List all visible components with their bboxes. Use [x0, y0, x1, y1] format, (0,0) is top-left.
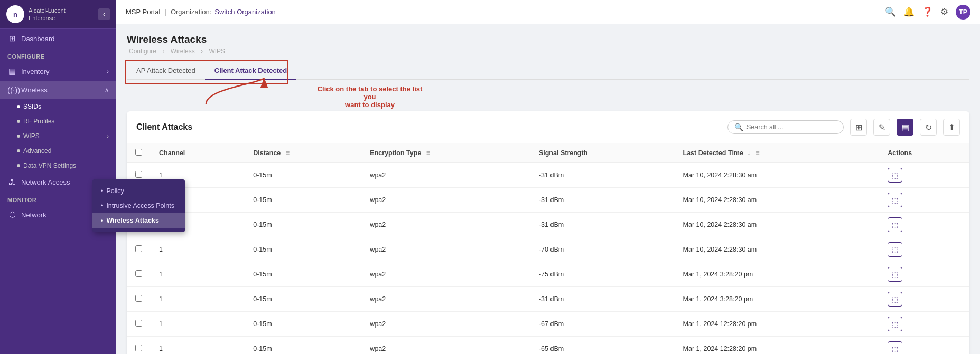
breadcrumb-configure[interactable]: Configure: [129, 47, 156, 55]
breadcrumb-wips[interactable]: WIPS: [209, 47, 225, 55]
th-last-detected: Last Detected Time ↓ ≡: [675, 143, 880, 163]
row-channel-7: 1: [151, 337, 245, 355]
popup-wireless-attacks-label: Wireless Attacks: [106, 217, 158, 224]
advanced-dot-icon: [17, 149, 20, 152]
expand-columns-button[interactable]: ⊞: [850, 119, 867, 136]
row-signal-0: -31 dBm: [530, 163, 675, 188]
logo-text: Alcatel-Lucent Enterprise: [29, 7, 66, 22]
org-label: Organization:: [171, 8, 211, 16]
row-checkbox-3[interactable]: [135, 245, 142, 252]
sidebar-sub-item-wips[interactable]: WIPS ›: [0, 129, 116, 143]
wips-dot-icon: [17, 135, 20, 138]
popup-item-intrusive[interactable]: • Intrusive Access Points: [92, 198, 185, 213]
sidebar-sub-item-data-vpn[interactable]: Data VPN Settings: [0, 158, 116, 173]
row-action-button-7[interactable]: ⬚: [888, 341, 902, 354]
table-title: Client Attacks: [136, 122, 721, 132]
sidebar-sub-item-rf-profiles[interactable]: RF Profiles: [0, 114, 116, 129]
row-checkbox-7[interactable]: [135, 345, 142, 351]
annotation-text: Click on the tab to select the list you …: [317, 85, 423, 109]
sidebar-collapse-button[interactable]: ‹: [98, 8, 110, 20]
th-distance-label: Distance: [253, 149, 281, 157]
row-channel-6: 1: [151, 312, 245, 337]
sidebar-dashboard-label: Dashboard: [21, 35, 55, 43]
last-detected-filter-icon[interactable]: ≡: [755, 149, 759, 157]
row-channel-5: 1: [151, 287, 245, 312]
row-checkbox-4[interactable]: [135, 270, 142, 277]
encryption-filter-icon[interactable]: ≡: [426, 149, 430, 157]
row-checkbox-0[interactable]: [135, 171, 142, 178]
row-action-button-4[interactable]: ⬚: [888, 267, 902, 282]
sidebar-item-dashboard[interactable]: ⊞ Dashboard: [0, 29, 116, 48]
table-thead: Channel Distance ≡ Encryption Type ≡ Sig…: [127, 143, 969, 163]
row-last-detected-0: Mar 10, 2024 2:28:30 am: [675, 163, 880, 188]
wireless-attacks-dot-icon: •: [101, 217, 103, 224]
distance-filter-icon[interactable]: ≡: [286, 149, 290, 157]
row-last-detected-3: Mar 10, 2024 2:28:30 am: [675, 237, 880, 262]
row-encryption-3: wpa2: [361, 237, 530, 262]
network-access-icon: 🖧: [7, 178, 17, 187]
ssids-dot-icon: [17, 105, 20, 108]
row-last-detected-2: Mar 10, 2024 2:28:30 am: [675, 213, 880, 237]
th-encryption: Encryption Type ≡: [361, 143, 530, 163]
select-all-checkbox[interactable]: [135, 149, 142, 156]
row-action-button-2[interactable]: ⬚: [888, 217, 902, 232]
row-signal-5: -31 dBm: [530, 287, 675, 312]
annotation-area: Click on the tab to select the list you …: [127, 80, 969, 111]
row-actions-7: ⬚: [879, 337, 969, 355]
popup-intrusive-label: Intrusive Access Points: [106, 202, 174, 209]
th-distance: Distance ≡: [245, 143, 361, 163]
tab-ap-attack[interactable]: AP Attack Detected: [127, 62, 205, 80]
sidebar-sub-item-ssids[interactable]: SSIDs: [0, 99, 116, 114]
table-row: 1 0-15m wpa2 -31 dBm Mar 10, 2024 2:28:3…: [127, 213, 969, 237]
row-action-button-5[interactable]: ⬚: [888, 292, 902, 307]
row-distance-7: 0-15m: [245, 337, 361, 355]
sidebar-sub-item-advanced[interactable]: Advanced: [0, 143, 116, 158]
row-actions-1: ⬚: [879, 188, 969, 213]
refresh-button[interactable]: ↻: [920, 119, 937, 136]
row-encryption-6: wpa2: [361, 312, 530, 337]
settings-icon[interactable]: ⚙: [940, 6, 948, 17]
sidebar-item-wireless[interactable]: ((·)) Wireless ∧: [0, 81, 116, 99]
row-checkbox-6[interactable]: [135, 320, 142, 327]
row-checkbox-5[interactable]: [135, 295, 142, 302]
inventory-icon: ▤: [7, 66, 17, 76]
row-distance-5: 0-15m: [245, 287, 361, 312]
row-checkbox-cell: [127, 237, 151, 262]
edit-columns-button[interactable]: ✎: [873, 119, 890, 136]
view-toggle-button[interactable]: ▤: [897, 119, 913, 136]
logo-icon: n: [6, 5, 24, 23]
th-channel-label: Channel: [159, 149, 185, 157]
row-action-button-6[interactable]: ⬚: [888, 317, 902, 331]
sidebar-rf-profiles-label: RF Profiles: [23, 118, 54, 125]
search-input[interactable]: [746, 123, 831, 131]
page-title: Wireless Attacks: [127, 34, 969, 45]
breadcrumb-wireless[interactable]: Wireless: [171, 47, 195, 55]
row-actions-4: ⬚: [879, 262, 969, 287]
attacks-table: Channel Distance ≡ Encryption Type ≡ Sig…: [127, 143, 969, 354]
row-action-button-0[interactable]: ⬚: [888, 168, 902, 183]
row-signal-4: -75 dBm: [530, 262, 675, 287]
switch-org-link[interactable]: Switch Organization: [214, 8, 276, 16]
bell-icon[interactable]: 🔔: [903, 6, 914, 17]
popup-item-policy[interactable]: • Policy: [92, 184, 185, 198]
sidebar-item-inventory[interactable]: ▤ Inventory ›: [0, 62, 116, 81]
sidebar-inventory-label: Inventory: [21, 68, 49, 75]
search-topbar-icon[interactable]: 🔍: [885, 6, 896, 17]
table-card: Client Attacks 🔍 ⊞ ✎ ▤ ↻ ⬆: [127, 111, 969, 354]
th-actions: Actions: [879, 143, 969, 163]
table-row: 1 0-15m wpa2 -70 dBm Mar 10, 2024 2:28:3…: [127, 237, 969, 262]
row-actions-0: ⬚: [879, 163, 969, 188]
row-action-button-1[interactable]: ⬚: [888, 193, 902, 207]
export-button[interactable]: ⬆: [943, 119, 960, 136]
table-body: 1 0-15m wpa2 -31 dBm Mar 10, 2024 2:28:3…: [127, 163, 969, 355]
popup-item-wireless-attacks[interactable]: • Wireless Attacks: [92, 213, 185, 228]
sidebar: n Alcatel-Lucent Enterprise ‹ ⊞ Dashboar…: [0, 0, 116, 354]
row-distance-6: 0-15m: [245, 312, 361, 337]
network-icon: ⬡: [7, 210, 17, 219]
row-distance-3: 0-15m: [245, 237, 361, 262]
last-detected-sort-icon[interactable]: ↓: [747, 149, 750, 157]
row-action-button-3[interactable]: ⬚: [888, 242, 902, 257]
user-avatar[interactable]: TP: [956, 5, 970, 20]
row-encryption-2: wpa2: [361, 213, 530, 237]
help-icon[interactable]: ❓: [922, 6, 933, 17]
